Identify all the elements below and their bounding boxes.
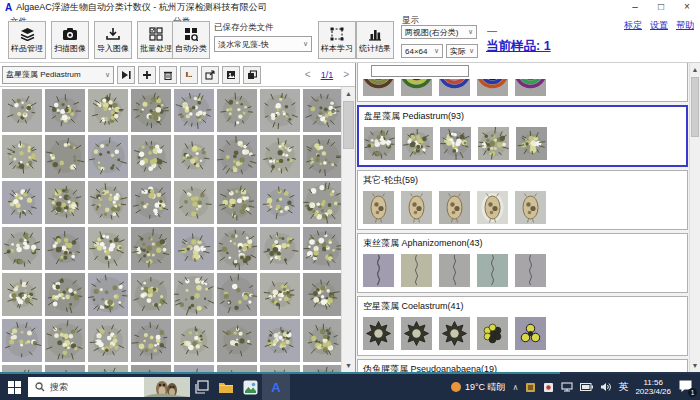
algae-thumbnail[interactable] [217, 365, 257, 372]
left-scrollbar[interactable]: ▲ ▼ [341, 87, 355, 372]
algae-thumbnail[interactable] [45, 181, 85, 224]
algae-thumbnail[interactable] [131, 89, 171, 132]
algae-thumbnail[interactable] [260, 365, 300, 372]
start-button[interactable] [0, 374, 28, 400]
category-block[interactable]: 盘星藻属 Pediastrum(93) [357, 105, 688, 167]
algae-thumbnail[interactable] [260, 181, 300, 224]
stats-result-button[interactable]: 统计结果 [356, 21, 394, 59]
category-block[interactable]: 伪鱼腥藻属 Pseudoanabaena(19) [357, 359, 688, 372]
current-sample-link[interactable]: 当前样品: 1 [486, 38, 551, 55]
category-thumbnail[interactable] [478, 127, 509, 160]
algae-thumbnail[interactable] [131, 319, 171, 362]
category-thumbnail[interactable] [401, 79, 432, 96]
sample-manage-button[interactable]: 样品管理 [8, 21, 46, 59]
taskbar-search[interactable]: 搜索 [28, 377, 190, 397]
category-thumbnail[interactable] [515, 79, 546, 96]
speaker-icon[interactable] [600, 382, 611, 392]
algae-thumbnail[interactable] [131, 227, 171, 270]
auto-classify-button[interactable]: 自动分类 [172, 21, 210, 59]
delete-button[interactable] [159, 66, 177, 84]
algae-thumbnail[interactable] [217, 273, 257, 316]
algae-thumbnail[interactable] [88, 89, 128, 132]
algae-thumbnail[interactable] [260, 135, 300, 178]
algae-thumbnail[interactable] [45, 227, 85, 270]
algae-thumbnail[interactable] [2, 365, 42, 372]
algae-thumbnail[interactable] [131, 365, 171, 372]
saved-file-select[interactable]: 淡水常见藻-快∨ [214, 36, 312, 52]
image-view-button[interactable] [222, 66, 240, 84]
right-scrollbar[interactable]: ▲ ▼ [689, 63, 700, 372]
scroll-up-icon[interactable]: ▲ [342, 87, 355, 100]
prev-page-button[interactable]: < [305, 69, 311, 80]
close-button[interactable]: × [674, 0, 700, 15]
algae-thumbnail[interactable] [217, 319, 257, 362]
algae-thumbnail[interactable] [303, 181, 341, 224]
category-thumbnail[interactable] [477, 254, 508, 287]
task-view-button[interactable] [190, 374, 214, 400]
category-thumbnail[interactable] [439, 191, 470, 224]
algae-thumbnail[interactable] [174, 181, 214, 224]
genus-select[interactable]: 盘星藻属 Pediastrum∨ [2, 66, 114, 84]
category-block[interactable]: 束丝藻属 Aphanizomenon(43) [357, 233, 688, 293]
category-thumbnail[interactable] [439, 254, 470, 287]
algaeac-app-button[interactable]: A [262, 374, 290, 400]
algae-thumbnail[interactable] [45, 365, 85, 372]
algae-thumbnail[interactable] [260, 319, 300, 362]
algae-thumbnail[interactable] [2, 181, 42, 224]
import-image-button[interactable]: 导入图像 [94, 21, 132, 59]
minimize-button[interactable]: – [622, 0, 648, 15]
algae-thumbnail[interactable] [2, 135, 42, 178]
algae-thumbnail[interactable] [88, 181, 128, 224]
algae-thumbnail[interactable] [303, 365, 341, 372]
scroll-thumb[interactable] [691, 77, 699, 137]
algae-thumbnail[interactable] [174, 135, 214, 178]
notification-button[interactable]: 1 [678, 379, 694, 395]
sample-learn-button[interactable]: 样本学习 [318, 21, 356, 59]
scroll-thumb[interactable] [343, 101, 354, 149]
algae-thumbnail[interactable] [217, 227, 257, 270]
algae-thumbnail[interactable] [88, 319, 128, 362]
algae-thumbnail[interactable] [217, 89, 257, 132]
scale-mode-select[interactable]: 实际∨ [446, 44, 478, 58]
category-thumbnail[interactable] [477, 79, 508, 96]
category-thumbnail[interactable] [439, 317, 470, 350]
rename-button[interactable]: I.. [180, 66, 198, 84]
algae-thumbnail[interactable] [303, 135, 341, 178]
algae-thumbnail[interactable] [45, 89, 85, 132]
algae-thumbnail[interactable] [45, 273, 85, 316]
taskbar-weather[interactable]: 19°C 晴朗 [451, 381, 506, 394]
tray-expand-icon[interactable]: ∧ [513, 383, 519, 392]
category-block-partial[interactable] [357, 63, 688, 102]
algae-thumbnail[interactable] [303, 273, 341, 316]
scan-image-button[interactable]: 扫描图像 [51, 21, 89, 59]
next-page-button[interactable]: > [343, 69, 349, 80]
page-indicator[interactable]: 1/1 [321, 70, 334, 80]
category-block[interactable]: 其它-轮虫(59) [357, 170, 688, 230]
ime-indicator[interactable]: 英 [618, 380, 628, 394]
batch-process-button[interactable]: 批量处理 [137, 21, 175, 59]
scroll-up-icon[interactable]: ▲ [690, 63, 700, 76]
category-thumbnail[interactable] [363, 254, 394, 287]
category-thumbnail[interactable] [516, 127, 547, 160]
category-thumbnail[interactable] [515, 317, 546, 350]
battery-icon[interactable] [580, 383, 593, 391]
save-all-button[interactable] [243, 66, 261, 84]
algae-thumbnail[interactable] [2, 89, 42, 132]
algae-thumbnail[interactable] [303, 319, 341, 362]
algae-thumbnail[interactable] [260, 273, 300, 316]
category-thumbnail[interactable] [363, 191, 394, 224]
category-thumbnail[interactable] [401, 254, 432, 287]
algae-thumbnail[interactable] [217, 181, 257, 224]
help-link[interactable]: 帮助 [676, 19, 694, 32]
calibrate-link[interactable]: 标定 [624, 19, 642, 32]
algae-thumbnail[interactable] [174, 89, 214, 132]
algae-thumbnail[interactable] [131, 135, 171, 178]
thumb-size-select[interactable]: 64×64∨ [401, 44, 443, 58]
network-icon[interactable] [561, 382, 573, 392]
category-thumbnail[interactable] [515, 191, 546, 224]
category-thumbnail[interactable] [402, 127, 433, 160]
tray-app1-icon[interactable] [525, 382, 536, 393]
algae-thumbnail[interactable] [131, 181, 171, 224]
algae-thumbnail[interactable] [174, 227, 214, 270]
algae-thumbnail[interactable] [303, 227, 341, 270]
